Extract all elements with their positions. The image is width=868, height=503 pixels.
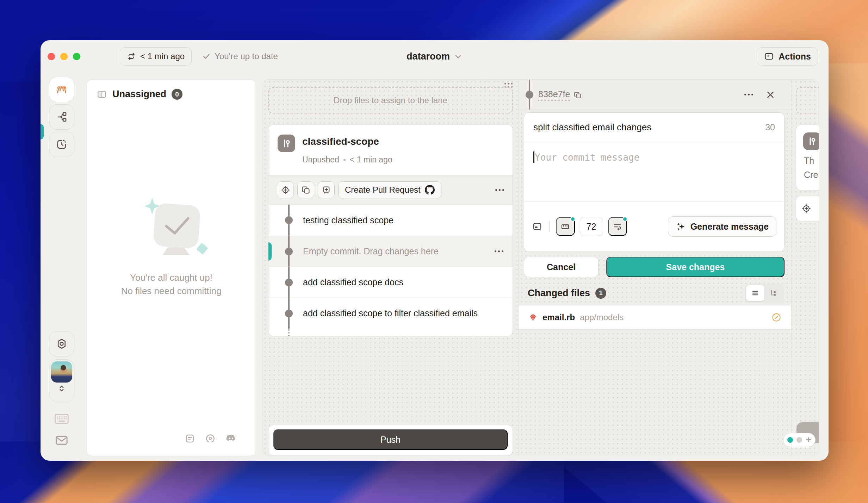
commit-detail-kebab-menu[interactable]	[744, 94, 753, 95]
drag-handle-icon[interactable]	[504, 83, 513, 88]
unassigned-panel: Unassigned 0 You're all caught up! No fi…	[86, 79, 256, 456]
tree-view-button[interactable]	[764, 285, 783, 301]
workspace-canvas: Drop files to assign to the lane classif…	[262, 79, 819, 456]
sparkles-icon	[676, 221, 686, 232]
open-source-button[interactable]	[205, 433, 216, 444]
commit-row-selected[interactable]: Empty commit. Drag changes here	[268, 236, 513, 267]
commit-detail-header: 838e7fe	[519, 80, 791, 110]
left-rail	[49, 73, 74, 461]
release-notes-button[interactable]	[185, 433, 195, 444]
zoom-window-button[interactable]	[73, 53, 80, 60]
rail-item-history[interactable]	[49, 132, 74, 157]
project-switcher[interactable]: dataroom	[407, 51, 463, 62]
list-view-button[interactable]	[746, 285, 764, 301]
commit-row[interactable]: testing classified scope	[268, 205, 513, 236]
add-dependent-branch-button[interactable]	[318, 181, 335, 198]
editor-mode-icon[interactable]	[532, 221, 542, 232]
caught-up-illustration	[129, 192, 213, 259]
keyboard-shortcuts-button[interactable]	[49, 413, 74, 425]
empty-state-line1: You're all caught up!	[87, 271, 256, 285]
ruby-icon	[528, 313, 538, 322]
branch-kebab-menu[interactable]	[495, 189, 504, 191]
commit-id[interactable]: 838e7fe	[538, 89, 570, 101]
generate-message-button[interactable]: Generate message	[668, 216, 776, 237]
check-icon	[202, 52, 211, 61]
branch-status: Unpushed	[302, 155, 339, 164]
rail-item-workspace[interactable]	[49, 77, 74, 102]
page-dot[interactable]	[796, 437, 802, 443]
copy-branch-button[interactable]	[297, 181, 314, 198]
cancel-button[interactable]: Cancel	[524, 257, 599, 277]
project-name: dataroom	[407, 51, 450, 62]
commit-dot-icon	[285, 310, 293, 317]
lane-dropzone[interactable]	[796, 87, 819, 113]
discord-button[interactable]	[225, 434, 237, 443]
wrap-toggle-button[interactable]	[608, 217, 627, 236]
rail-item-settings[interactable]	[49, 331, 74, 356]
close-window-button[interactable]	[48, 53, 55, 60]
unassigned-icon	[97, 89, 107, 100]
close-icon[interactable]	[765, 89, 776, 100]
chevron-down-icon	[453, 52, 463, 61]
commit-dot-icon	[285, 279, 293, 286]
copy-icon[interactable]	[574, 91, 582, 99]
commit-message-textarea[interactable]: Your commit message	[524, 142, 784, 201]
page-dot-active[interactable]	[787, 437, 793, 443]
title-char-count: 30	[765, 122, 775, 132]
assign-target-button[interactable]	[277, 181, 294, 198]
expand-icon	[57, 383, 66, 394]
rail-item-branches[interactable]	[49, 104, 74, 130]
actions-icon	[764, 51, 774, 62]
wrap-column-value: 72	[587, 222, 596, 232]
assign-target-button[interactable]	[796, 196, 819, 221]
file-path: app/models	[580, 312, 624, 322]
commit-row[interactable]: add classified scope docs	[268, 267, 513, 298]
wrap-column-input[interactable]: 72	[580, 217, 603, 236]
save-changes-button[interactable]: Save changes	[606, 257, 785, 277]
commit-kebab-menu[interactable]	[495, 250, 503, 252]
feedback-button[interactable]	[49, 435, 74, 446]
lane-dropzone[interactable]: Drop files to assign to the lane	[268, 87, 513, 113]
tree-icon	[769, 289, 778, 297]
save-changes-label: Save changes	[666, 262, 725, 272]
file-name: email.rb	[542, 312, 575, 322]
commit-dot-icon	[526, 91, 533, 99]
selected-commit-indicator	[268, 242, 272, 261]
actions-label: Actions	[779, 51, 811, 62]
commit-message: testing classified scope	[303, 215, 393, 225]
github-icon	[425, 185, 435, 195]
plus-icon[interactable]: +	[806, 435, 811, 444]
lane-pagination[interactable]: +	[783, 433, 816, 447]
branch-card: classified-scope Unpushed < 1 min ago	[268, 124, 513, 336]
butler-table-icon	[55, 83, 68, 96]
app-window: < 1 min ago You're up to date dataroom A…	[41, 40, 829, 461]
up-to-date-status: You're up to date	[202, 51, 278, 61]
sync-button[interactable]: < 1 min ago	[120, 47, 192, 66]
branch-card[interactable]: Th Cre	[796, 124, 819, 191]
changed-files-count-badge: 1	[595, 288, 606, 299]
generate-message-label: Generate message	[690, 222, 769, 232]
commit-message-placeholder: Your commit message	[535, 152, 639, 163]
user-menu[interactable]	[49, 359, 74, 402]
ruler-toggle-button[interactable]	[556, 217, 575, 236]
changed-files-header: Changed files 1	[528, 282, 784, 304]
changed-file-row[interactable]: email.rb app/models	[519, 305, 791, 330]
commit-graph-tail	[268, 329, 513, 336]
commit-message: add classified scope docs	[303, 277, 403, 287]
dot-separator	[343, 159, 346, 161]
changed-files-title: Changed files	[528, 288, 590, 299]
create-pull-request-button[interactable]: Create Pull Request	[338, 181, 441, 198]
actions-button[interactable]: Actions	[757, 47, 818, 66]
minimize-window-button[interactable]	[60, 53, 68, 60]
commit-dot-icon	[285, 216, 293, 224]
commit-message: Empty commit. Drag changes here	[303, 246, 439, 256]
commit-title-input[interactable]	[533, 122, 765, 133]
enabled-dot	[622, 217, 627, 222]
next-lane-peek: Th Cre	[791, 80, 819, 456]
commit-row[interactable]: add classified scope to filter classifie…	[268, 298, 513, 329]
branch-header[interactable]: classified-scope Unpushed < 1 min ago	[268, 125, 513, 175]
avatar	[51, 361, 72, 383]
lane-classified-scope: Drop files to assign to the lane classif…	[263, 80, 518, 456]
commit-dot-icon	[285, 248, 293, 255]
push-button[interactable]: Push	[273, 429, 508, 450]
